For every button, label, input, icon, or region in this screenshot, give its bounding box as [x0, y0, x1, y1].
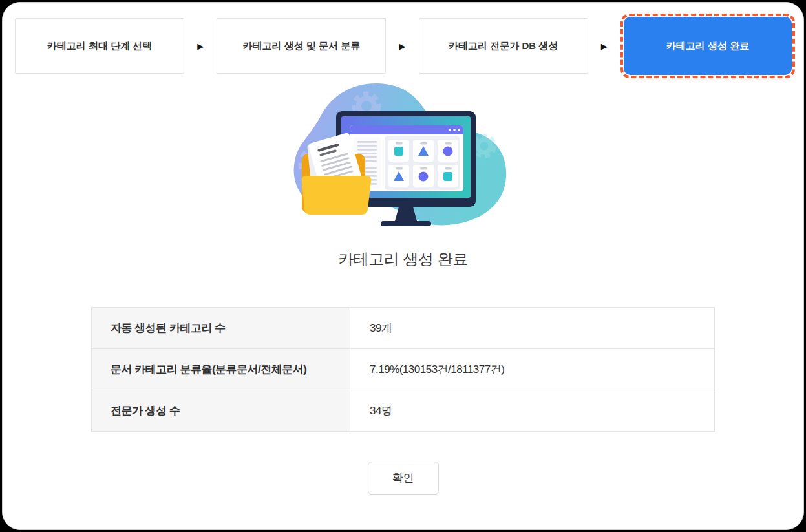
- folder-front: [301, 176, 370, 215]
- page-title: 카테고리 생성 완료: [3, 249, 803, 270]
- category-cards-grid: [385, 136, 460, 190]
- row-value-auto-category-count: 39개: [350, 308, 715, 349]
- confirm-button-container: 확인: [3, 462, 803, 495]
- row-label-classification-rate: 문서 카테고리 분류율(분류문서/전체문서): [92, 349, 350, 390]
- step-category-max-level[interactable]: 카테고리 최대 단계 선택: [15, 18, 184, 74]
- wizard-modal: 카테고리 최대 단계 선택 ▶ 카테고리 생성 및 문서 분류 ▶ 카테고리 전…: [2, 2, 804, 530]
- window-dot-icon: [458, 129, 460, 131]
- step-category-complete-active[interactable]: 카테고리 생성 완료: [624, 17, 792, 75]
- step-label: 카테고리 생성 및 문서 분류: [242, 40, 360, 52]
- row-label-auto-category-count: 자동 생성된 카테고리 수: [92, 308, 350, 349]
- monitor-folder-documents-illustration-icon: [290, 81, 516, 240]
- table-row: 전문가 생성 수 34명: [92, 390, 715, 432]
- step-expert-db-create[interactable]: 카테고리 전문가 DB 생성: [419, 18, 588, 74]
- table-row: 자동 생성된 카테고리 수 39개: [92, 308, 715, 349]
- step-arrow-icon: ▶: [386, 42, 418, 50]
- step-label: 카테고리 최대 단계 선택: [47, 40, 153, 52]
- app-window-header: [350, 125, 463, 134]
- active-step-highlight-border: 카테고리 생성 완료: [620, 14, 795, 78]
- step-category-create-classify[interactable]: 카테고리 생성 및 문서 분류: [217, 18, 386, 74]
- confirm-button[interactable]: 확인: [368, 462, 439, 495]
- step-arrow-icon: ▶: [184, 42, 217, 50]
- illustration-container: [3, 81, 803, 240]
- table-row: 문서 카테고리 분류율(분류문서/전체문서) 7.19%(130153건/181…: [92, 349, 715, 390]
- step-label: 카테고리 전문가 DB 생성: [449, 40, 558, 52]
- row-value-expert-count: 34명: [350, 390, 715, 432]
- summary-table: 자동 생성된 카테고리 수 39개 문서 카테고리 분류율(분류문서/전체문서)…: [91, 307, 715, 432]
- window-dot-icon: [453, 129, 456, 131]
- monitor-stand-base: [381, 221, 431, 226]
- step-label: 카테고리 생성 완료: [666, 40, 749, 52]
- row-label-expert-count: 전문가 생성 수: [92, 390, 350, 432]
- wizard-steps: 카테고리 최대 단계 선택 ▶ 카테고리 생성 및 문서 분류 ▶ 카테고리 전…: [3, 3, 803, 78]
- window-dot-icon: [449, 129, 451, 131]
- row-value-classification-rate: 7.19%(130153건/1811377건): [350, 349, 715, 390]
- step-arrow-icon: ▶: [588, 42, 620, 50]
